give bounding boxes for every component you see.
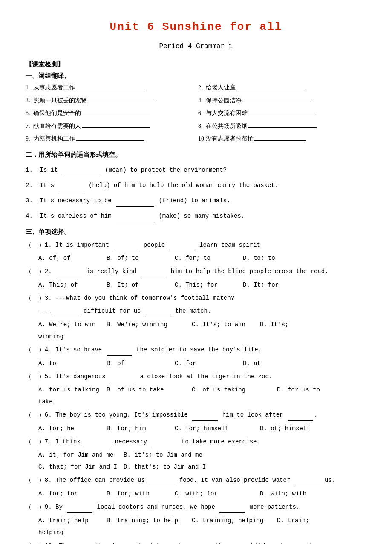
mc-options-3-cont: winning bbox=[26, 331, 366, 343]
section1: 一、词组翻译。 1. 从事志愿者工作 2. 给老人让座 3. 照顾一只被丢的宠物… bbox=[26, 70, 366, 145]
section2: 二．用所给单词的适当形式填空。 1. Is it (mean) to prote… bbox=[26, 149, 366, 222]
mc-options-3: A. We're; to winB. We're; winningC. It's… bbox=[26, 319, 366, 331]
section2-label: 二．用所给单词的适当形式填空。 bbox=[26, 149, 366, 161]
fill-sentence-2: 2. It's (help) of him to help the old wo… bbox=[26, 179, 366, 191]
mc-row-5: （ ）5. It's dangerous a close look at the… bbox=[26, 371, 366, 383]
fill-sentence-1: 1. Is it (mean) to protect the environme… bbox=[26, 164, 366, 176]
section3: 三、单项选择。 （ ）1. It is important people lea… bbox=[26, 226, 366, 544]
vocab-item-9: 9. 为慈善机构工作 bbox=[26, 133, 194, 145]
mc-options-8: A. for; forB. for; withC. with; forD. wi… bbox=[26, 488, 366, 500]
mc-row-8: （ ）8. The office can provide us food. It… bbox=[26, 475, 366, 486]
mc-row-4: （ ）4. It's so brave the soldier to save … bbox=[26, 344, 366, 356]
mc-options-5-cont: take bbox=[26, 396, 366, 408]
fill-sentence-3: 3. It's necessary to be (friend) to anim… bbox=[26, 195, 366, 207]
mc-options-7b: C. that; for Jim and ID. that's; to Jim … bbox=[26, 461, 366, 473]
vocab-item-7: 7. 献血给有需要的人 bbox=[26, 120, 194, 132]
kuotang-label: 【课堂检测】 bbox=[26, 59, 366, 70]
mc-options-5: A. for us talkingB. of us to takeC. of u… bbox=[26, 384, 366, 396]
mc-row-10: （ ）10. The money they have raised is use… bbox=[26, 540, 366, 544]
fill-sentence-4: 4. It's careless of him (make) so many m… bbox=[26, 210, 366, 222]
mc-options-6: A. for; heB. for; himC. for; himselfD. o… bbox=[26, 423, 366, 435]
mc-row-2: （ ）2. is really kind him to help the bli… bbox=[26, 266, 366, 277]
section1-label: 一、词组翻译。 bbox=[26, 70, 366, 82]
vocab-item-10: 10. 没有志愿者的帮忙 bbox=[198, 133, 366, 145]
vocab-item-1: 1. 从事志愿者工作 bbox=[26, 82, 194, 94]
mc-options-7a: A. it; for Jim and meB. it's; to Jim and… bbox=[26, 449, 366, 461]
subtitle: Period 4 Grammar 1 bbox=[26, 40, 366, 53]
mc-options-9-cont: helping bbox=[26, 527, 366, 538]
vocab-item-5: 5. 确保他们是安全的 bbox=[26, 107, 194, 119]
vocab-item-2: 2. 给老人让座 bbox=[198, 82, 366, 94]
mc-options-1: A. of; ofB. of; toC. for; toD. to; to bbox=[26, 252, 366, 264]
vocab-item-4: 4. 保持公园洁净 bbox=[198, 95, 366, 106]
mc-row-1: （ ）1. It is important people learn team … bbox=[26, 239, 366, 251]
mc-row-6: （ ）6. The boy is too young. It's impossi… bbox=[26, 409, 366, 421]
vocab-item-3: 3. 照顾一只被丢的宠物 bbox=[26, 95, 194, 106]
vocab-item-8: 8. 在公共场所吸烟 bbox=[198, 120, 366, 132]
mc-row-9: （ ）9. By local doctors and nurses, we ho… bbox=[26, 501, 366, 513]
mc-row-7: （ ）7. I think necessary to take more exe… bbox=[26, 436, 366, 448]
mc-row-3b: --- difficult for us the match. bbox=[26, 305, 366, 317]
mc-options-4: A. toB. ofC. forD. at bbox=[26, 357, 366, 369]
mc-row-3a: （ ）3. ---What do you think of tomorrow's… bbox=[26, 293, 366, 304]
section3-label: 三、单项选择。 bbox=[26, 226, 366, 238]
vocab-item-6: 6. 与人交流有困难 bbox=[198, 107, 366, 119]
mc-options-2: A. This; ofB. It; ofC. This; forD. It; f… bbox=[26, 279, 366, 291]
page-title: Unit 6 Sunshine for all bbox=[26, 17, 366, 37]
mc-options-9: A. train; helpB. training; to helpC. tra… bbox=[26, 515, 366, 527]
